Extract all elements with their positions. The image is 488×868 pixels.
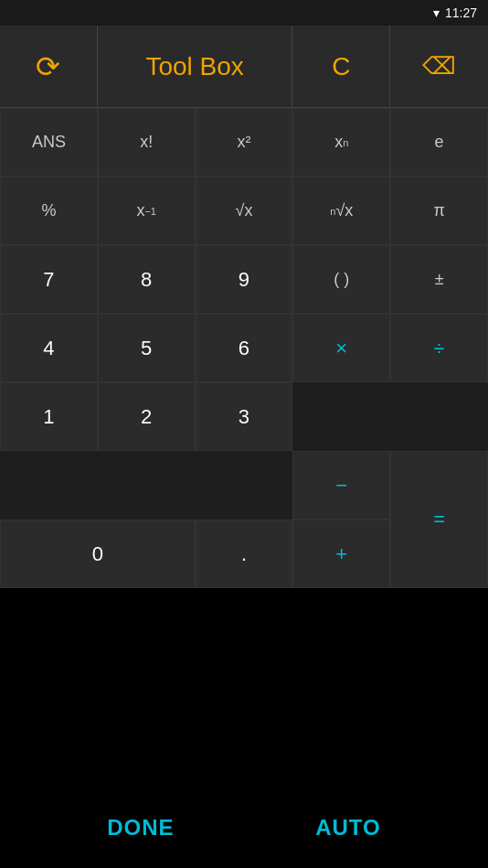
backspace-icon: ⌫ [422,52,456,80]
minus-btn[interactable]: − [292,451,390,520]
one-btn[interactable]: 1 [0,382,98,451]
nth-sqrt-btn[interactable]: n√x [292,177,390,245]
status-time: 11:27 [445,5,477,20]
header-row: ⟳ Tool Box C ⌫ [0,26,488,108]
factorial-btn[interactable]: x! [98,108,196,177]
five-btn[interactable]: 5 [98,314,196,382]
title-cell: Tool Box [98,26,293,107]
paren-btn[interactable]: ( ) [292,245,390,314]
pi-btn[interactable]: π [390,177,488,245]
history-icon: ⟳ [36,49,60,84]
clear-button[interactable]: C [292,26,390,107]
divide-btn[interactable]: ÷ [390,314,488,382]
dot-btn[interactable]: . [196,520,293,588]
bottom-area: DONE AUTO [0,588,488,868]
eight-btn[interactable]: 8 [98,245,196,314]
percent-btn[interactable]: % [0,177,98,245]
four-btn[interactable]: 4 [0,314,98,382]
backspace-button[interactable]: ⌫ [390,26,488,107]
bottom-buttons: DONE AUTO [0,815,488,841]
three-btn[interactable]: 3 [196,382,293,451]
wifi-icon: ▾ [433,5,440,20]
status-bar: ▾ 11:27 [0,0,488,26]
e-btn[interactable]: e [390,108,488,177]
seven-btn[interactable]: 7 [0,245,98,314]
equals-btn[interactable]: = [390,451,488,588]
six-btn[interactable]: 6 [196,314,293,382]
done-button[interactable]: DONE [107,815,174,841]
multiply-btn[interactable]: × [292,314,390,382]
zero-btn[interactable]: 0 [0,520,196,588]
calculator-grid: ANS x! x² xn e % x−1 √x n√x π 7 8 9 ( ) … [0,108,488,588]
plusminus-btn[interactable]: ± [390,245,488,314]
square-btn[interactable]: x² [196,108,293,177]
two-btn[interactable]: 2 [98,382,196,451]
plus-btn[interactable]: + [292,520,390,588]
ans-btn[interactable]: ANS [0,108,98,177]
history-button[interactable]: ⟳ [0,26,98,107]
sqrt-btn[interactable]: √x [196,177,293,245]
app-title: Tool Box [145,52,243,81]
nine-btn[interactable]: 9 [196,245,293,314]
power-btn[interactable]: xn [292,108,390,177]
clear-label: C [332,52,350,81]
inverse-btn[interactable]: x−1 [98,177,196,245]
auto-button[interactable]: AUTO [315,815,381,841]
